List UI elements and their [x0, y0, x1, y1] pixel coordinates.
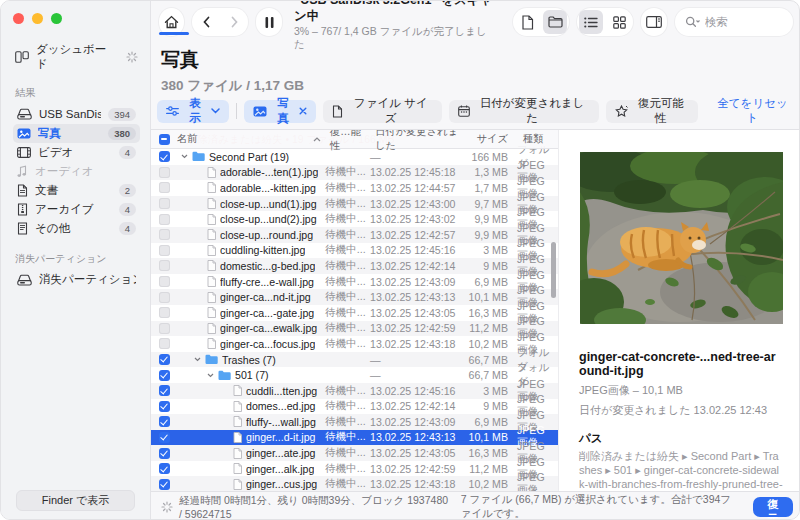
row-checkbox[interactable]: [159, 182, 170, 193]
file-size-filter-button[interactable]: ファイル サイズ: [323, 100, 441, 123]
table-row[interactable]: ginger...alk.jpg待機中...13.02.25 12:42:591…: [151, 461, 558, 477]
table-row[interactable]: Trashes (7)—66,7 MBフォルダ: [151, 352, 558, 368]
column-header-date[interactable]: 日付が変更されました: [370, 130, 462, 148]
reset-all-link[interactable]: 全てをリセット: [712, 96, 793, 126]
count-badge: 4: [119, 146, 136, 159]
row-checkbox[interactable]: [159, 416, 170, 427]
file-view-button[interactable]: [515, 10, 539, 34]
column-header-name[interactable]: 名前: [177, 130, 325, 148]
cell-recov: 待機中...: [325, 181, 370, 195]
row-checkbox[interactable]: [159, 354, 170, 365]
sidebar-item-dashboard[interactable]: ダッシュボード: [13, 40, 140, 82]
pause-button[interactable]: [256, 8, 281, 36]
table-row[interactable]: adorable...-kitten.jpg待機中...13.02.25 12:…: [151, 180, 558, 196]
cell-recov: 待機中...: [325, 212, 370, 226]
minimize-window-button[interactable]: [32, 13, 43, 24]
panel-toggle-button[interactable]: [641, 8, 666, 36]
file-table: 削除済みまたは紛失 • 19 ファイル / 166 MB 名前 復…能性 日付が…: [151, 130, 558, 491]
recover-button[interactable]: 復元: [753, 497, 793, 517]
table-row[interactable]: close-up...round.jpg待機中...13.02.25 12:42…: [151, 227, 558, 243]
cell-date: 13.02.25 12:43:18: [370, 478, 462, 490]
cell-date: 13.02.25 12:43:13: [370, 291, 462, 303]
document-icon: [17, 184, 28, 197]
table-scrollbar[interactable]: [551, 242, 556, 298]
table-row[interactable]: adorable-...ten(1).jpg待機中...13.02.25 12:…: [151, 165, 558, 181]
table-row[interactable]: close-up...und(2).jpg待機中...13.02.25 12:4…: [151, 211, 558, 227]
sidebar-item-lost-partition[interactable]: 消失パーティション "NE...: [13, 271, 140, 290]
row-checkbox[interactable]: [159, 479, 170, 490]
column-header-size[interactable]: サイズ: [462, 130, 510, 148]
column-header-kind[interactable]: 種類: [516, 130, 558, 148]
table-row[interactable]: cuddling-kitten.jpg待機中...13.02.25 12:45:…: [151, 243, 558, 259]
date-modified-filter-button[interactable]: 日付が変更されました: [449, 100, 599, 123]
forward-button[interactable]: [220, 8, 248, 36]
close-window-button[interactable]: [13, 13, 24, 24]
list-view-button[interactable]: [579, 10, 603, 34]
table-row[interactable]: ginger-ca...focus.jpg待機中...13.02.25 12:4…: [151, 336, 558, 352]
disclosure-chevron-icon[interactable]: [207, 373, 214, 378]
row-checkbox[interactable]: [159, 151, 170, 162]
cell-date: —: [370, 354, 462, 366]
table-row[interactable]: domestic...g-bed.jpg待機中...13.02.25 12:42…: [151, 258, 558, 274]
table-row[interactable]: cuddli...tten.jpg待機中...13.02.25 12:45:16…: [151, 383, 558, 399]
row-checkbox[interactable]: [159, 245, 170, 256]
table-row[interactable]: fluffy-...wall.jpg待機中...13.02.25 12:43:0…: [151, 414, 558, 430]
sidebar-item-archive[interactable]: アーカイブ4: [13, 200, 140, 219]
row-checkbox[interactable]: [159, 260, 170, 271]
row-checkbox[interactable]: [159, 432, 170, 443]
sidebar-item-audio[interactable]: オーディオ: [13, 162, 140, 181]
recovery-filter-button[interactable]: 復元可能性: [606, 100, 698, 123]
table-row[interactable]: ginger-ca...ewalk.jpg待機中...13.02.25 12:4…: [151, 321, 558, 337]
file-name: ginger...alk.jpg: [246, 463, 314, 475]
row-checkbox[interactable]: [159, 323, 170, 334]
table-row[interactable]: domes...ed.jpg待機中...13.02.25 12:42:149 M…: [151, 399, 558, 415]
table-row[interactable]: ginger...d-it.jpg待機中...13.02.25 12:43:13…: [151, 430, 558, 446]
selection-summary-text: 7 ファイル (66,7 MB) が選択されています。合計で394ファイルです。: [461, 493, 739, 520]
sidebar-item-document[interactable]: 文書2: [13, 181, 140, 200]
folder-view-button[interactable]: [543, 10, 567, 34]
row-checkbox[interactable]: [159, 292, 170, 303]
row-checkbox[interactable]: [159, 198, 170, 209]
file-name: ginger...d-it.jpg: [246, 431, 316, 443]
table-row[interactable]: ginger...cus.jpg待機中...13.02.25 12:43:181…: [151, 476, 558, 491]
row-checkbox[interactable]: [159, 463, 170, 474]
row-checkbox[interactable]: [159, 385, 170, 396]
row-checkbox[interactable]: [159, 276, 170, 287]
show-in-finder-button[interactable]: Finder で表示: [16, 490, 135, 511]
back-button[interactable]: [192, 8, 220, 36]
row-checkbox[interactable]: [159, 338, 170, 349]
cell-size: 10,2 MB: [462, 478, 510, 490]
table-row[interactable]: 501 (7)—66,7 MBフォルダ: [151, 367, 558, 383]
page-subtitle: 380 ファイル / 1,17 GB: [161, 77, 304, 95]
sidebar-item-other[interactable]: その他4: [13, 219, 140, 238]
search-field[interactable]: [675, 8, 793, 36]
row-checkbox[interactable]: [159, 401, 170, 412]
row-checkbox[interactable]: [159, 167, 170, 178]
sidebar-item-image[interactable]: 写真380: [13, 124, 140, 143]
table-row[interactable]: ginger...ate.jpg待機中...13.02.25 12:43:051…: [151, 445, 558, 461]
table-row[interactable]: ginger-ca...nd-it.jpg待機中...13.02.25 12:4…: [151, 289, 558, 305]
grid-view-button[interactable]: [607, 10, 631, 34]
view-filter-button[interactable]: 表示: [157, 100, 229, 123]
row-checkbox[interactable]: [159, 307, 170, 318]
photo-type-chip[interactable]: 写真: [244, 100, 316, 123]
table-row[interactable]: fluffy-cre...e-wall.jpg待機中...13.02.25 12…: [151, 274, 558, 290]
row-checkbox[interactable]: [159, 448, 170, 459]
table-row[interactable]: ginger-ca...-gate.jpg待機中...13.02.25 12:4…: [151, 305, 558, 321]
table-row[interactable]: close-up...und(1).jpg待機中...13.02.25 12:4…: [151, 196, 558, 212]
row-checkbox[interactable]: [159, 229, 170, 240]
select-all-checkbox[interactable]: [159, 134, 170, 145]
column-header-recoverability[interactable]: 復…能性: [325, 130, 370, 148]
file-icon: [233, 479, 242, 490]
sidebar-item-disk[interactable]: USB SanDisk 3.2...394: [13, 105, 140, 124]
disclosure-chevron-icon[interactable]: [194, 357, 201, 362]
search-input[interactable]: [705, 16, 775, 28]
view-filter-label: 表示: [184, 96, 206, 126]
dashboard-icon: [15, 51, 29, 63]
preview-date: 日付が変更されました 13.02.25 12:43: [579, 403, 783, 418]
zoom-window-button[interactable]: [51, 13, 62, 24]
row-checkbox[interactable]: [159, 214, 170, 225]
sidebar-item-video[interactable]: ビデオ4: [13, 143, 140, 162]
row-checkbox[interactable]: [159, 370, 170, 381]
disclosure-chevron-icon[interactable]: [181, 154, 188, 159]
